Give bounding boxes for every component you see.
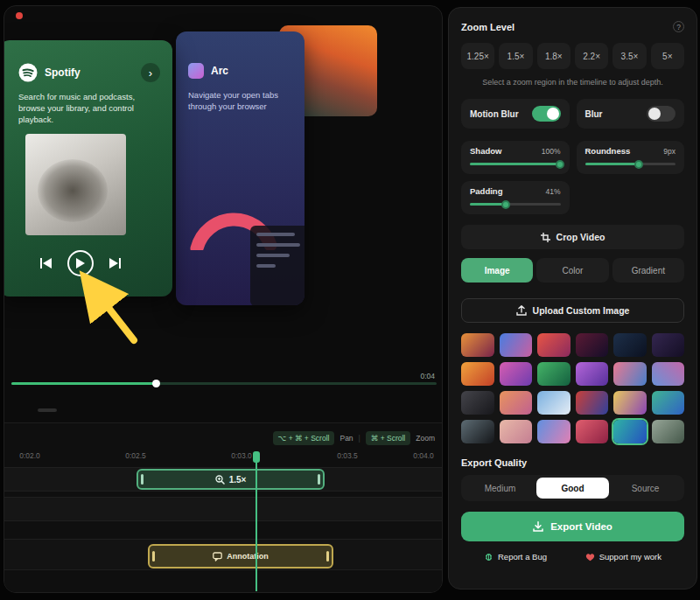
annotation-segment-label: Annotation <box>227 552 269 561</box>
progress-track[interactable] <box>11 382 437 385</box>
wallpaper-thumb[interactable] <box>613 391 647 415</box>
ruler-tick-label: 0:04.0 <box>413 451 434 460</box>
padding-slider[interactable] <box>470 203 561 206</box>
wallpaper-grid <box>461 333 684 443</box>
zoom-option-button[interactable]: 1.8× <box>537 43 570 69</box>
crop-icon <box>541 233 550 242</box>
wallpaper-thumb[interactable] <box>576 391 609 415</box>
export-quality-segmented: Medium Good Source <box>461 475 684 501</box>
padding-slider-card: Padding 41% <box>461 181 570 214</box>
shadow-label: Shadow <box>470 146 501 156</box>
wallpaper-thumb[interactable] <box>576 362 609 386</box>
chevron-right-icon[interactable]: › <box>141 63 160 82</box>
wallpaper-thumb[interactable] <box>537 333 570 357</box>
tab-color[interactable]: Color <box>536 258 608 283</box>
progress-knob[interactable] <box>152 380 160 387</box>
spotify-card-description: Search for music and podcasts, browse yo… <box>18 91 157 125</box>
timeline-ruler[interactable]: 0:02.0 0:02.5 0:03.0 0:03.5 0:04.0 <box>4 451 442 462</box>
export-video-button[interactable]: Export Video <box>461 512 684 541</box>
wallpaper-thumb[interactable] <box>576 420 609 443</box>
quality-medium[interactable]: Medium <box>464 478 536 499</box>
roundness-value: 9px <box>663 147 676 156</box>
wallpaper-thumb[interactable] <box>461 333 494 357</box>
wallpaper-thumb[interactable] <box>461 420 494 443</box>
ruler-tick-label: 0:03.0 <box>231 451 252 460</box>
zoom-shortcut-badge: ⌘ + Scroll <box>366 431 410 445</box>
editor-canvas-panel: Arc Navigate your open tabs through your… <box>4 5 443 593</box>
annotation-arrow <box>73 267 148 349</box>
zoom-option-button[interactable]: 1.25× <box>461 43 494 69</box>
playhead-line[interactable] <box>256 453 257 591</box>
crop-video-button[interactable]: Crop Video <box>461 225 684 249</box>
export-quality-title: Export Quality <box>461 457 684 468</box>
arc-logo-icon <box>188 63 204 79</box>
video-preview[interactable]: Arc Navigate your open tabs through your… <box>4 6 443 368</box>
wallpaper-thumb[interactable] <box>500 333 533 357</box>
padding-label: Padding <box>470 186 502 196</box>
tab-image[interactable]: Image <box>461 258 533 283</box>
blur-toggle[interactable] <box>647 106 676 122</box>
shadow-value: 100% <box>542 147 561 156</box>
clip-track[interactable] <box>4 497 442 521</box>
timeline-hints: ⌥ + ⌘ + Scroll Pan | ⌘ + Scroll Zoom <box>273 431 435 445</box>
wallpaper-thumb[interactable] <box>461 362 494 386</box>
annotation-segment[interactable]: Annotation <box>148 544 333 569</box>
wallpaper-thumb[interactable] <box>613 362 647 386</box>
blur-card: Blur <box>577 99 685 129</box>
wallpaper-thumb[interactable] <box>500 420 533 443</box>
wallpaper-thumb-selected[interactable] <box>613 420 647 443</box>
playback-scrubber[interactable]: 0:04 <box>11 372 437 391</box>
spotify-card-title: Spotify <box>45 66 134 79</box>
shadow-slider[interactable] <box>470 163 561 165</box>
quality-good[interactable]: Good <box>536 478 609 499</box>
arc-card: Arc Navigate your open tabs through your… <box>176 31 304 305</box>
wallpaper-thumb[interactable] <box>576 333 609 357</box>
album-art <box>25 134 126 235</box>
settings-panel: Zoom Level ? 1.25× 1.5× 1.8× 2.2× 3.5× 5… <box>448 7 697 590</box>
zoom-option-button[interactable]: 1.5× <box>499 43 532 69</box>
zoom-segment[interactable]: 1.5× <box>136 469 325 490</box>
playhead-handle[interactable] <box>253 451 260 463</box>
spotify-card: Spotify › Search for music and podcasts,… <box>4 40 172 297</box>
wallpaper-thumb[interactable] <box>500 362 533 386</box>
progress-fill <box>11 382 156 385</box>
wallpaper-thumb[interactable] <box>613 333 647 357</box>
wallpaper-thumb[interactable] <box>652 362 685 386</box>
background-tabs: Image Color Gradient <box>461 258 684 283</box>
heart-icon <box>585 553 595 562</box>
spotify-logo-icon <box>18 63 38 82</box>
arc-card-description: Navigate your open tabs through your bro… <box>188 89 291 112</box>
motion-blur-card: Motion Blur <box>461 99 570 129</box>
ruler-tick-label: 0:02.0 <box>19 451 40 460</box>
help-icon[interactable]: ? <box>673 21 684 32</box>
zoom-in-icon <box>215 475 225 485</box>
zoom-option-button[interactable]: 5× <box>651 43 684 69</box>
roundness-label: Roundness <box>585 146 631 156</box>
zoom-option-button[interactable]: 2.2× <box>575 43 608 69</box>
wallpaper-thumb[interactable] <box>652 420 685 443</box>
quality-source[interactable]: Source <box>609 478 682 499</box>
skip-back-icon[interactable] <box>39 257 53 269</box>
timeline[interactable]: ⌥ + ⌘ + Scroll Pan | ⌘ + Scroll Zoom 0:0… <box>4 422 442 592</box>
wallpaper-thumb[interactable] <box>652 391 685 415</box>
zoom-level-options: 1.25× 1.5× 1.8× 2.2× 3.5× 5× <box>461 43 684 69</box>
report-bug-link[interactable]: Report a Bug <box>484 552 547 562</box>
wallpaper-thumb[interactable] <box>537 420 570 443</box>
support-link[interactable]: Support my work <box>585 552 662 562</box>
zoom-option-button[interactable]: 3.5× <box>612 43 646 69</box>
wallpaper-thumb[interactable] <box>537 391 570 415</box>
bug-icon <box>484 552 494 562</box>
wallpaper-thumb[interactable] <box>461 391 494 415</box>
wallpaper-thumb[interactable] <box>500 391 533 415</box>
ruler-tick-label: 0:02.5 <box>125 451 146 460</box>
roundness-slider[interactable] <box>585 163 676 165</box>
duration-label: 0:04 <box>420 372 435 380</box>
wallpaper-thumb[interactable] <box>652 333 685 357</box>
timeline-resize-handle[interactable] <box>38 408 57 412</box>
upload-custom-image-button[interactable]: Upload Custom Image <box>461 298 684 323</box>
arc-card-title: Arc <box>211 65 228 77</box>
tab-gradient[interactable]: Gradient <box>612 258 684 283</box>
motion-blur-toggle[interactable] <box>532 106 561 122</box>
zoom-level-title: Zoom Level <box>461 22 514 32</box>
wallpaper-thumb[interactable] <box>537 362 570 386</box>
